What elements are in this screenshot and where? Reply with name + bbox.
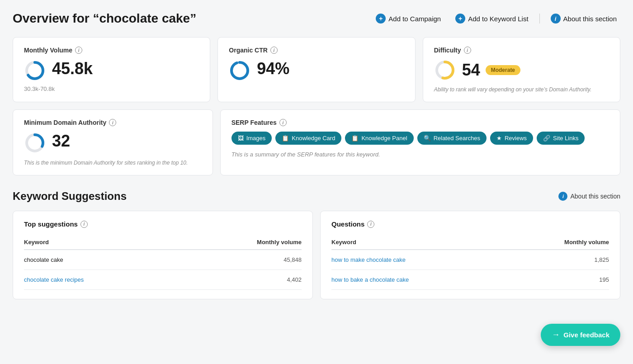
knowledge-panel-icon: 📋 [351, 135, 359, 142]
difficulty-badge: Moderate [486, 65, 520, 75]
top-suggestions-table: Keyword Monthly volume chocolate cake 45… [24, 235, 302, 290]
serp-tag-related-searches[interactable]: 🔍 Related Searches [417, 132, 487, 145]
top-suggestions-info-icon[interactable]: i [80, 221, 88, 228]
metrics-grid: Monthly Volume i 45.8k 30.3k-70.8k Organ… [13, 37, 620, 102]
domain-authority-value-row: 32 [24, 132, 202, 154]
organic-ctr-donut [229, 60, 250, 81]
organic-ctr-number: 94% [257, 59, 289, 78]
questions-table: Keyword Monthly volume how to make choco… [331, 235, 609, 290]
metrics-row2: Minimum Domain Authority i 32 This is th… [13, 109, 620, 175]
keyword-link[interactable]: chocolate cake recipes [24, 276, 84, 283]
domain-authority-donut [24, 132, 46, 154]
organic-ctr-card: Organic CTR i 94% [217, 37, 415, 102]
serp-tag-images[interactable]: 🖼 Images [231, 132, 272, 145]
difficulty-note: Ability to rank will vary depending on y… [434, 86, 609, 93]
organic-ctr-label: Organic CTR i [229, 47, 404, 54]
site-links-icon: 🔗 [543, 135, 550, 142]
difficulty-row: 54 Moderate [462, 61, 520, 80]
add-to-keyword-list-button[interactable]: + Add to Keyword List [452, 11, 532, 26]
domain-authority-note: This is the minimum Domain Authority for… [24, 160, 202, 166]
difficulty-donut [434, 59, 456, 81]
suggestions-grid: Top suggestions i Keyword Monthly volume… [13, 211, 620, 299]
difficulty-label: Difficulty i [434, 47, 609, 54]
info-icon: i [551, 14, 561, 24]
domain-authority-number: 32 [52, 132, 70, 151]
monthly-volume-info-icon[interactable]: i [75, 47, 82, 54]
keyword-cell: how to bake a chocolate cake [331, 270, 507, 290]
organic-ctr-value-row: 94% [229, 59, 404, 82]
keyword-cell: chocolate cake [24, 250, 183, 270]
table-row: chocolate cake 45,848 [24, 250, 302, 270]
serp-features-info-icon[interactable]: i [279, 119, 287, 126]
serp-tag-reviews[interactable]: ★ Reviews [490, 132, 533, 145]
serp-tag-site-links[interactable]: 🔗 Site Links [537, 132, 585, 145]
plus-icon: + [376, 14, 386, 24]
questions-keyword-col: Keyword [331, 235, 507, 250]
organic-ctr-info-icon[interactable]: i [270, 47, 278, 54]
keyword-cell: chocolate cake recipes [24, 270, 183, 290]
page-header: Overview for “chocolate cake” + Add to C… [13, 11, 620, 26]
monthly-volume-label: Monthly Volume i [24, 47, 199, 54]
domain-authority-card: Minimum Domain Authority i 32 This is th… [13, 109, 213, 175]
table-row: chocolate cake recipes 4,402 [24, 270, 302, 290]
svg-point-3 [231, 62, 248, 79]
difficulty-info-icon[interactable]: i [464, 47, 471, 54]
add-to-campaign-button[interactable]: + Add to Campaign [372, 11, 444, 26]
serp-tag-knowledge-panel[interactable]: 📋 Knowledge Panel [345, 132, 413, 145]
monthly-volume-donut [24, 60, 46, 81]
serp-summary: This is a summary of the SERP features f… [231, 151, 609, 158]
top-suggestions-title: Top suggestions i [24, 220, 302, 228]
volume-cell: 4,402 [183, 270, 302, 290]
page-title: Overview for “chocolate cake” [13, 11, 196, 26]
questions-card: Questions i Keyword Monthly volume how t… [320, 211, 620, 299]
knowledge-card-icon: 📋 [282, 135, 289, 142]
difficulty-value-row: 54 Moderate [434, 59, 609, 81]
top-suggestions-card: Top suggestions i Keyword Monthly volume… [13, 211, 313, 299]
keyword-link[interactable]: how to make chocolate cake [331, 256, 406, 263]
questions-volume-col: Monthly volume [507, 235, 609, 250]
keyword-suggestions-about-button[interactable]: i About this section [558, 192, 620, 201]
about-section-button[interactable]: i About this section [547, 11, 620, 26]
top-suggestions-volume-col: Monthly volume [183, 235, 302, 250]
reviews-icon: ★ [496, 135, 502, 142]
volume-cell: 195 [507, 270, 609, 290]
top-suggestions-keyword-col: Keyword [24, 235, 183, 250]
plus-icon-2: + [455, 14, 465, 24]
keyword-link[interactable]: how to bake a chocolate cake [331, 276, 409, 283]
volume-cell: 1,825 [507, 250, 609, 270]
keyword-suggestions-section-header: Keyword Suggestions i About this section [13, 190, 620, 203]
monthly-volume-number: 45.8k [52, 59, 93, 78]
domain-authority-label: Minimum Domain Authority i [24, 119, 202, 126]
monthly-volume-card: Monthly Volume i 45.8k 30.3k-70.8k [13, 37, 210, 102]
volume-cell: 45,848 [183, 250, 302, 270]
domain-authority-info-icon[interactable]: i [109, 119, 116, 126]
serp-features-label: SERP Features i [231, 119, 609, 126]
questions-info-icon[interactable]: i [367, 221, 374, 228]
monthly-volume-range: 30.3k-70.8k [24, 85, 199, 92]
header-actions: + Add to Campaign + Add to Keyword List … [372, 11, 620, 26]
serp-features-card: SERP Features i 🖼 Images 📋 Knowledge Car… [220, 109, 620, 175]
keyword-suggestions-title: Keyword Suggestions [13, 190, 127, 203]
monthly-volume-value-row: 45.8k [24, 59, 199, 82]
difficulty-card: Difficulty i 54 Moderate Ability to rank… [423, 37, 620, 102]
info-icon-3: i [558, 192, 567, 201]
table-row: how to bake a chocolate cake 195 [331, 270, 609, 290]
difficulty-number: 54 [462, 61, 480, 80]
keyword-cell: how to make chocolate cake [331, 250, 507, 270]
table-row: how to make chocolate cake 1,825 [331, 250, 609, 270]
serp-tag-knowledge-card[interactable]: 📋 Knowledge Card [275, 132, 341, 145]
divider [539, 14, 540, 24]
images-icon: 🖼 [238, 135, 244, 142]
serp-tags: 🖼 Images 📋 Knowledge Card 📋 Knowledge Pa… [231, 132, 609, 145]
questions-title: Questions i [331, 220, 609, 228]
related-searches-icon: 🔍 [424, 135, 431, 142]
